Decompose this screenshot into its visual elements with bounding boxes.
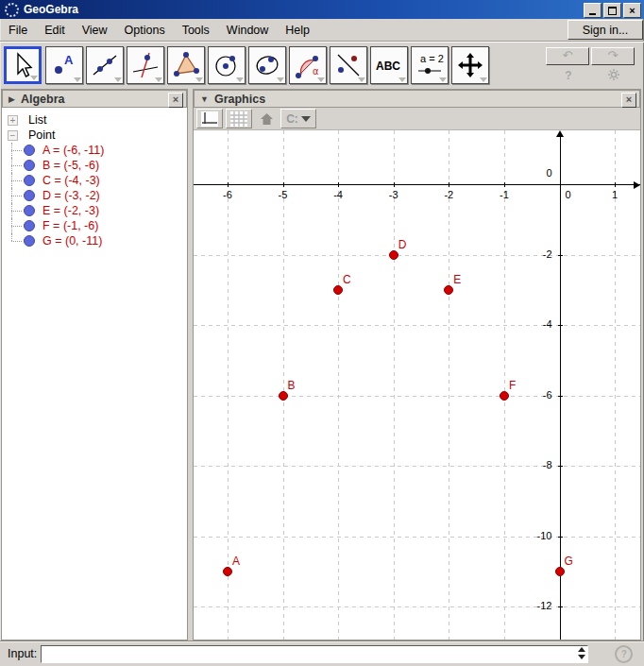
gridline-vertical bbox=[615, 130, 616, 640]
perpendicular-line-tool-icon bbox=[131, 51, 160, 79]
tool-point-button[interactable]: A bbox=[45, 46, 83, 84]
algebra-point-row[interactable]: G = (0, -11) bbox=[2, 233, 187, 248]
graph-point-label: F bbox=[509, 379, 516, 392]
graph-point-F[interactable] bbox=[500, 391, 509, 401]
graphics-view[interactable]: -6-5-4-3-2-101-2-4-6-8-10-120ABCDEFG bbox=[194, 130, 640, 640]
slider-tool-icon: a = 2 bbox=[415, 51, 444, 79]
gridline-horizontal bbox=[194, 396, 640, 397]
settings-button[interactable] bbox=[591, 69, 636, 83]
close-icon: × bbox=[629, 6, 635, 15]
menu-item[interactable]: File bbox=[0, 20, 36, 41]
algebra-point-row[interactable]: D = (-3, -2) bbox=[2, 188, 187, 203]
tool-line-button[interactable] bbox=[86, 46, 124, 84]
tool-dropdown-icon[interactable] bbox=[480, 77, 487, 82]
point-visibility-bullet[interactable] bbox=[24, 220, 35, 231]
gridline-horizontal bbox=[194, 466, 640, 467]
tool-dropdown-icon[interactable] bbox=[114, 77, 122, 82]
input-help-button[interactable]: ? bbox=[615, 645, 633, 663]
tool-polygon-button[interactable] bbox=[167, 46, 205, 84]
menu-item[interactable]: Edit bbox=[36, 20, 74, 41]
tool-circle-button[interactable] bbox=[208, 46, 246, 84]
algebra-point-row[interactable]: B = (-5, -6) bbox=[2, 158, 187, 173]
graphics-panel-title: Graphics bbox=[214, 93, 265, 106]
point-capturing-dropdown[interactable]: C: bbox=[280, 109, 316, 128]
y-axis-zero-label: 0 bbox=[534, 167, 552, 179]
algebra-group-list[interactable]: + List bbox=[2, 112, 187, 128]
menu-item[interactable]: Window bbox=[218, 20, 277, 41]
tool-dropdown-icon[interactable] bbox=[74, 77, 81, 82]
expand-icon[interactable]: + bbox=[8, 115, 18, 126]
graph-point-label: C bbox=[343, 273, 351, 286]
close-button[interactable]: × bbox=[623, 3, 641, 18]
title-bar[interactable]: GeoGebra × bbox=[0, 0, 644, 19]
tool-conic-button[interactable] bbox=[248, 46, 286, 84]
tool-dropdown-icon[interactable] bbox=[30, 76, 38, 80]
tool-move-button[interactable] bbox=[4, 46, 42, 84]
tool-dropdown-icon[interactable] bbox=[277, 77, 284, 82]
maximize-button[interactable] bbox=[603, 3, 621, 18]
x-tick-label: -3 bbox=[380, 189, 408, 200]
tool-dropdown-icon[interactable] bbox=[358, 77, 365, 82]
tool-dropdown-icon[interactable] bbox=[439, 77, 447, 82]
input-history-spinner[interactable] bbox=[578, 647, 585, 659]
point-visibility-bullet[interactable] bbox=[24, 205, 35, 216]
redo-button[interactable]: ↷ bbox=[591, 47, 635, 65]
tool-dropdown-icon[interactable] bbox=[195, 77, 203, 82]
algebra-point-row[interactable]: F = (-1, -6) bbox=[2, 218, 187, 233]
point-visibility-bullet[interactable] bbox=[24, 235, 35, 247]
collapse-icon[interactable]: − bbox=[8, 130, 18, 141]
tool-slider-button[interactable]: a = 2 bbox=[411, 46, 449, 84]
menu-item[interactable]: Options bbox=[116, 20, 174, 41]
algebra-point-row[interactable]: E = (-2, -3) bbox=[2, 203, 187, 218]
graphics-panel-header[interactable]: ▼ Graphics × bbox=[194, 90, 640, 108]
algebra-close-button[interactable]: × bbox=[168, 93, 183, 108]
menu-item[interactable]: Tools bbox=[174, 20, 218, 41]
show-axes-button[interactable] bbox=[196, 109, 223, 128]
point-visibility-bullet[interactable] bbox=[24, 175, 35, 186]
graph-point-A[interactable] bbox=[223, 567, 232, 576]
algebra-entries: A = (-6, -11) B = (-5, -6) C = (-4, -3) bbox=[2, 143, 187, 248]
graphics-close-button[interactable]: × bbox=[621, 93, 636, 108]
tool-dropdown-icon[interactable] bbox=[398, 77, 406, 82]
tool-dropdown-icon[interactable] bbox=[236, 77, 244, 82]
home-button[interactable] bbox=[255, 109, 278, 128]
point-visibility-bullet[interactable] bbox=[24, 190, 35, 201]
menu-item[interactable]: Help bbox=[277, 20, 318, 41]
tool-dropdown-icon[interactable] bbox=[317, 77, 325, 82]
algebra-group-point[interactable]: − Point bbox=[2, 128, 187, 143]
help-button[interactable]: ? bbox=[546, 69, 591, 83]
graph-point-B[interactable] bbox=[279, 391, 288, 401]
algebra-point-row[interactable]: A = (-6, -11) bbox=[2, 143, 187, 158]
input-field[interactable] bbox=[41, 645, 588, 663]
point-visibility-bullet[interactable] bbox=[24, 145, 35, 156]
undo-button[interactable]: ↶ bbox=[546, 47, 589, 65]
sign-in-button[interactable]: Sign in... bbox=[568, 20, 643, 40]
menu-item[interactable]: View bbox=[74, 20, 116, 41]
graph-point-E[interactable] bbox=[444, 285, 453, 295]
tool-angle-button[interactable]: α bbox=[289, 46, 327, 84]
gridline-vertical bbox=[228, 130, 229, 640]
tool-reflect-button[interactable] bbox=[330, 46, 367, 84]
graph-point-G[interactable] bbox=[555, 567, 565, 576]
tool-text-button[interactable]: ABC bbox=[370, 46, 408, 84]
y-tick-label: -8 bbox=[520, 459, 552, 470]
tool-dropdown-icon[interactable] bbox=[155, 77, 162, 82]
algebra-entry-text: E = (-2, -3) bbox=[42, 204, 99, 217]
algebra-point-row[interactable]: C = (-4, -3) bbox=[2, 173, 187, 188]
point-visibility-bullet[interactable] bbox=[24, 160, 35, 171]
algebra-panel-header[interactable]: ▶ Algebra × bbox=[2, 90, 187, 108]
tool-perpendicular-line-button[interactable] bbox=[127, 46, 164, 84]
show-grid-button[interactable] bbox=[226, 109, 252, 128]
tool-move-graphics-button[interactable] bbox=[451, 46, 489, 84]
panel-collapse-icon[interactable]: ▼ bbox=[200, 94, 209, 104]
graph-point-D[interactable] bbox=[389, 250, 398, 260]
input-bar: Input: ? bbox=[0, 640, 644, 666]
graph-point-C[interactable] bbox=[333, 285, 343, 295]
panel-collapse-icon[interactable]: ▶ bbox=[8, 94, 15, 104]
x-axis-tick bbox=[338, 182, 339, 187]
y-tick-label: -2 bbox=[520, 248, 552, 260]
gear-icon bbox=[608, 69, 619, 80]
grid-icon bbox=[230, 111, 247, 127]
minimize-button[interactable] bbox=[584, 3, 602, 18]
y-axis-tick bbox=[558, 606, 563, 607]
